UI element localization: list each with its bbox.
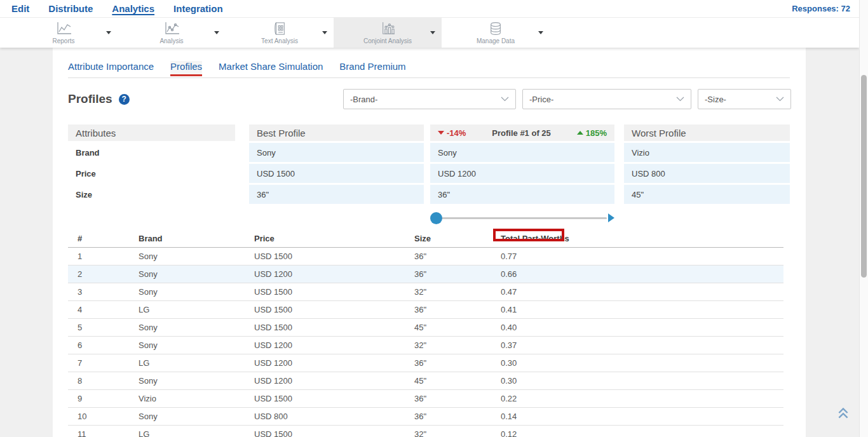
current-profile-size: 36" bbox=[430, 185, 614, 204]
best-profile-price: USD 1500 bbox=[249, 164, 424, 183]
best-profile-size: 36" bbox=[249, 185, 424, 204]
row-size: 36" bbox=[414, 269, 501, 279]
row-number: 9 bbox=[78, 394, 139, 403]
table-row[interactable]: 8 Sony USD 1200 45" 0.30 bbox=[68, 372, 783, 390]
row-price: USD 1500 bbox=[254, 252, 414, 261]
analysis-chart-icon bbox=[163, 22, 180, 36]
text-analysis-dropdown-caret-icon[interactable] bbox=[322, 31, 327, 34]
current-profile-brand: Sony bbox=[430, 143, 614, 162]
row-price: USD 1200 bbox=[254, 376, 414, 386]
current-profile-title: Profile #1 of 25 bbox=[492, 128, 550, 138]
toolbar-item-label: Analysis bbox=[159, 37, 183, 44]
brand-dropdown[interactable]: -Brand- bbox=[343, 89, 516, 109]
table-row[interactable]: 10 Sony USD 800 36" 0.14 bbox=[68, 408, 783, 426]
attributes-column: Attributes Brand Price Size bbox=[68, 124, 235, 204]
row-brand: Sony bbox=[139, 376, 254, 386]
scroll-to-top-button[interactable] bbox=[836, 406, 850, 422]
worst-profile-price: USD 800 bbox=[624, 164, 790, 183]
profile-filters: -Brand- -Price- -Size- bbox=[343, 89, 791, 109]
toolbar-item-label: Manage Data bbox=[477, 37, 515, 44]
help-icon[interactable]: ? bbox=[119, 94, 130, 105]
row-brand: Vizio bbox=[139, 394, 254, 403]
profiles-table: # Brand Price Size Total Part-Worths 1 S… bbox=[68, 230, 783, 437]
nav-item-edit[interactable]: Edit bbox=[11, 3, 29, 14]
tab-profiles[interactable]: Profiles bbox=[170, 61, 202, 76]
top-navbar: Edit Distribute Analytics Integration Re… bbox=[0, 0, 859, 18]
attribute-label-price: Price bbox=[68, 164, 235, 183]
conjoint-analysis-chart-icon bbox=[379, 22, 396, 36]
best-profile-column: Best Profile Sony USD 1500 36" bbox=[249, 124, 424, 204]
reports-dropdown-caret-icon[interactable] bbox=[106, 31, 111, 34]
double-chevron-up-icon bbox=[836, 406, 850, 420]
profile-slider bbox=[430, 212, 614, 227]
toolbar-item-reports[interactable]: Reports bbox=[10, 18, 118, 48]
col-header-size: Size bbox=[414, 234, 501, 243]
slider-next-arrow-icon[interactable] bbox=[608, 213, 614, 222]
row-size: 45" bbox=[414, 376, 501, 386]
page-scrollbar[interactable] bbox=[859, 0, 868, 437]
row-brand: LG bbox=[139, 358, 254, 368]
row-price: USD 1500 bbox=[254, 323, 414, 332]
toolbar-item-manage-data[interactable]: Manage Data bbox=[442, 18, 550, 48]
nav-item-analytics[interactable]: Analytics bbox=[112, 3, 154, 14]
row-price: USD 1500 bbox=[254, 305, 414, 314]
profile-slider-track[interactable] bbox=[436, 217, 607, 219]
toolbar-item-analysis[interactable]: Analysis bbox=[118, 18, 226, 48]
nav-item-distribute[interactable]: Distribute bbox=[48, 3, 93, 14]
table-row[interactable]: 9 Vizio USD 1500 36" 0.22 bbox=[68, 390, 783, 408]
analytics-toolbar: Reports Analysis Text Analysis bbox=[0, 18, 859, 48]
table-row[interactable]: 11 LG USD 1500 32" 0.12 bbox=[68, 426, 783, 437]
best-profile-header: Best Profile bbox=[249, 124, 424, 141]
reports-chart-icon bbox=[55, 22, 72, 36]
row-total-part-worths: 0.66 bbox=[501, 269, 783, 279]
delta-vs-best: -14% bbox=[438, 128, 466, 138]
table-row[interactable]: 3 Sony USD 1500 32" 0.47 bbox=[68, 283, 783, 301]
table-row[interactable]: 6 Sony USD 1200 32" 0.37 bbox=[68, 337, 783, 354]
row-number: 6 bbox=[78, 340, 139, 350]
responses-count[interactable]: Responses: 72 bbox=[792, 4, 850, 13]
table-row[interactable]: 7 LG USD 1200 36" 0.30 bbox=[68, 354, 783, 372]
row-total-part-worths: 0.30 bbox=[501, 358, 783, 368]
toolbar-item-text-analysis[interactable]: Text Analysis bbox=[226, 18, 334, 48]
tab-market-share-simulation[interactable]: Market Share Simulation bbox=[219, 61, 323, 76]
toolbar-item-label: Conjoint Analysis bbox=[363, 37, 412, 44]
row-number: 5 bbox=[78, 323, 139, 332]
row-total-part-worths: 0.41 bbox=[501, 305, 783, 314]
page-title: Profiles bbox=[68, 92, 112, 106]
toolbar-item-label: Text Analysis bbox=[261, 37, 298, 44]
row-price: USD 1500 bbox=[254, 394, 414, 403]
scrollbar-thumb[interactable] bbox=[861, 75, 867, 278]
row-number: 1 bbox=[78, 252, 139, 261]
row-number: 10 bbox=[78, 412, 139, 421]
table-row[interactable]: 5 Sony USD 1500 45" 0.40 bbox=[68, 319, 783, 337]
brand-dropdown-value: -Brand- bbox=[350, 95, 377, 104]
size-dropdown[interactable]: -Size- bbox=[698, 89, 791, 109]
row-price: USD 1200 bbox=[254, 269, 414, 279]
profile-slider-handle[interactable] bbox=[430, 212, 442, 224]
row-size: 36" bbox=[414, 412, 501, 421]
tab-brand-premium[interactable]: Brand Premium bbox=[339, 61, 405, 76]
triangle-up-icon bbox=[577, 131, 583, 135]
row-price: USD 1200 bbox=[254, 358, 414, 368]
chevron-down-icon bbox=[676, 97, 684, 102]
conjoint-tabs: Attribute Importance Profiles Market Sha… bbox=[68, 61, 406, 76]
attribute-label-brand: Brand bbox=[68, 143, 235, 162]
tab-attribute-importance[interactable]: Attribute Importance bbox=[68, 61, 154, 76]
price-dropdown[interactable]: -Price- bbox=[522, 89, 691, 109]
nav-item-integration[interactable]: Integration bbox=[173, 3, 223, 14]
chevron-down-icon bbox=[501, 97, 509, 102]
table-row[interactable]: 2 Sony USD 1200 36" 0.66 bbox=[68, 266, 783, 283]
worst-profile-size: 45" bbox=[624, 185, 790, 204]
analysis-dropdown-caret-icon[interactable] bbox=[214, 31, 219, 34]
conjoint-analysis-dropdown-caret-icon[interactable] bbox=[430, 31, 435, 34]
toolbar-item-conjoint-analysis[interactable]: Conjoint Analysis bbox=[334, 18, 442, 48]
table-row[interactable]: 4 LG USD 1500 36" 0.41 bbox=[68, 301, 783, 319]
chevron-down-icon bbox=[776, 97, 784, 102]
table-row[interactable]: 1 Sony USD 1500 36" 0.77 bbox=[68, 248, 783, 266]
row-number: 7 bbox=[78, 358, 139, 368]
row-size: 32" bbox=[414, 340, 501, 350]
price-dropdown-value: -Price- bbox=[529, 95, 553, 104]
manage-data-dropdown-caret-icon[interactable] bbox=[538, 31, 543, 34]
attributes-header: Attributes bbox=[68, 124, 235, 141]
conjoint-analysis-panel: Attribute Importance Profiles Market Sha… bbox=[53, 48, 806, 437]
